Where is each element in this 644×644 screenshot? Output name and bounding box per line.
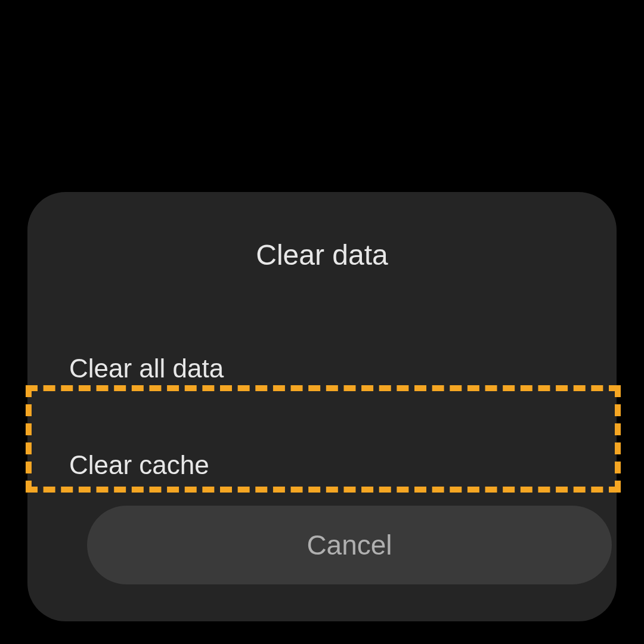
dialog-title: Clear data xyxy=(27,239,617,271)
clear-cache-option[interactable]: Clear cache xyxy=(27,417,617,513)
cancel-button-label: Cancel xyxy=(306,529,392,561)
clear-cache-label: Clear cache xyxy=(69,450,209,479)
clear-all-data-label: Clear all data xyxy=(69,354,224,383)
clear-all-data-option[interactable]: Clear all data xyxy=(27,320,617,417)
clear-data-dialog: Clear data Clear all data Clear cache Ca… xyxy=(27,192,617,621)
cancel-button[interactable]: Cancel xyxy=(87,506,612,584)
